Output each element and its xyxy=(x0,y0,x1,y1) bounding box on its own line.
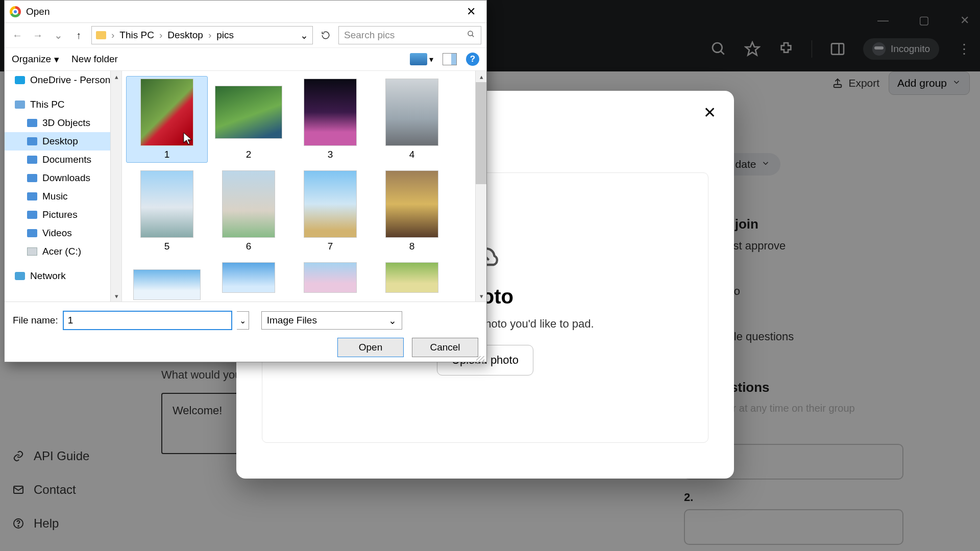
drive-icon xyxy=(27,247,37,256)
file-name: 6 xyxy=(246,241,252,252)
scroll-down-icon[interactable]: ▾ xyxy=(111,290,122,302)
folder-icon xyxy=(27,211,37,219)
file-name: 2 xyxy=(246,149,252,160)
file-name: 7 xyxy=(328,241,333,252)
file-thumbnail xyxy=(385,79,438,146)
file-thumbnail xyxy=(133,269,201,300)
folder-icon xyxy=(27,174,37,182)
nav-forward-button[interactable]: → xyxy=(30,28,45,43)
new-folder-button[interactable]: New folder xyxy=(71,54,118,65)
file-open-dialog: Open ✕ ← → ⌄ ↑ › This PC › Desktop › pic… xyxy=(4,0,487,362)
nav-back-button[interactable]: ← xyxy=(10,28,25,43)
file-name: 8 xyxy=(409,241,415,252)
file-thumbnail xyxy=(140,79,193,146)
breadcrumb-desktop[interactable]: Desktop xyxy=(167,30,203,41)
tree-downloads[interactable]: Downloads xyxy=(5,169,121,187)
file-thumbnail xyxy=(222,262,275,293)
svg-line-10 xyxy=(472,35,474,36)
file-item-6[interactable]: 6 xyxy=(208,168,289,255)
address-dropdown-icon[interactable]: ⌄ xyxy=(300,30,308,41)
tree-music[interactable]: Music xyxy=(5,187,121,206)
search-placeholder: Search pics xyxy=(344,30,395,41)
tree-label: Downloads xyxy=(42,172,90,184)
preview-pane-button[interactable] xyxy=(443,53,457,65)
scroll-up-icon[interactable]: ▴ xyxy=(476,71,486,82)
open-button[interactable]: Open xyxy=(337,338,404,357)
tree-scrollbar[interactable]: ▴ ▾ xyxy=(110,71,121,302)
file-thumbnail xyxy=(215,86,282,139)
file-item-5[interactable]: 5 xyxy=(126,168,208,255)
dialog-bottom-bar: File name: ⌄ Image Files ⌄ Open Cancel xyxy=(5,302,486,366)
tree-3dobjects[interactable]: 3D Objects xyxy=(5,114,121,132)
nav-up-button[interactable]: ↑ xyxy=(71,28,86,43)
thispc-icon xyxy=(15,101,25,109)
chevron-down-icon: ▾ xyxy=(54,54,59,65)
breadcrumb-thispc[interactable]: This PC xyxy=(119,30,154,41)
tree-label: Acer (C:) xyxy=(42,246,81,257)
file-item-partial[interactable] xyxy=(289,260,371,302)
file-item-1[interactable]: 1 xyxy=(126,76,208,163)
cancel-button[interactable]: Cancel xyxy=(412,338,478,357)
tree-pictures[interactable]: Pictures xyxy=(5,206,121,224)
file-item-2[interactable]: 2 xyxy=(208,76,289,163)
tree-acer-c[interactable]: Acer (C:) xyxy=(5,242,121,261)
filename-input[interactable] xyxy=(63,311,232,330)
tree-label: Music xyxy=(42,191,68,202)
file-name: 3 xyxy=(328,149,333,160)
view-mode-button[interactable]: ▾ xyxy=(410,53,433,65)
filename-label: File name: xyxy=(13,315,58,326)
address-bar[interactable]: › This PC › Desktop › pics ⌄ xyxy=(91,26,313,44)
tree-network[interactable]: Network xyxy=(5,267,121,285)
refresh-button[interactable] xyxy=(318,28,333,43)
organize-menu[interactable]: Organize ▾ xyxy=(12,54,59,65)
tree-desktop[interactable]: Desktop xyxy=(5,132,121,151)
chevron-down-icon: ▾ xyxy=(429,55,433,64)
onedrive-icon xyxy=(15,76,25,84)
breadcrumb-pics[interactable]: pics xyxy=(216,30,234,41)
file-thumbnail xyxy=(304,262,357,293)
file-item-3[interactable]: 3 xyxy=(289,76,371,163)
files-scrollbar[interactable]: ▴ ▾ xyxy=(475,71,486,302)
tree-documents[interactable]: Documents xyxy=(5,151,121,169)
file-item-partial[interactable] xyxy=(126,260,208,302)
file-thumbnail xyxy=(222,170,275,238)
tree-onedrive[interactable]: OneDrive - Person xyxy=(5,71,121,89)
file-item-7[interactable]: 7 xyxy=(289,168,371,255)
new-folder-label: New folder xyxy=(71,54,118,65)
file-thumbnail xyxy=(385,262,438,293)
file-item-4[interactable]: 4 xyxy=(371,76,453,163)
dialog-close-button[interactable]: ✕ xyxy=(461,2,481,22)
organize-label: Organize xyxy=(12,54,51,65)
file-item-8[interactable]: 8 xyxy=(371,168,453,255)
chevron-down-icon: ⌄ xyxy=(388,315,397,327)
dialog-title: Open xyxy=(26,6,50,17)
scroll-down-icon[interactable]: ▾ xyxy=(476,290,486,302)
tree-label: Desktop xyxy=(42,136,78,147)
filename-dropdown[interactable]: ⌄ xyxy=(237,311,249,330)
file-item-partial[interactable] xyxy=(208,260,289,302)
folder-icon xyxy=(27,137,37,145)
folder-icon xyxy=(96,31,106,39)
breadcrumb-sep: › xyxy=(159,30,162,41)
folder-icon xyxy=(27,192,37,201)
tree-label: Documents xyxy=(42,154,91,165)
tree-thispc[interactable]: This PC xyxy=(5,95,121,114)
nav-recent-dropdown[interactable]: ⌄ xyxy=(51,28,66,43)
breadcrumb-sep: › xyxy=(111,30,114,41)
scrollbar-thumb[interactable] xyxy=(476,82,486,184)
breadcrumb-sep: › xyxy=(208,30,211,41)
file-item-partial[interactable] xyxy=(371,260,453,302)
folder-icon xyxy=(27,156,37,164)
modal-close-button[interactable]: ✕ xyxy=(700,103,719,121)
dialog-toolbar: Organize ▾ New folder ▾ ? xyxy=(5,47,486,71)
svg-point-9 xyxy=(468,31,473,36)
tree-videos[interactable]: Videos xyxy=(5,224,121,242)
dialog-nav-row: ← → ⌄ ↑ › This PC › Desktop › pics ⌄ Sea… xyxy=(5,23,486,47)
view-icon xyxy=(410,53,427,65)
open-label: Open xyxy=(359,342,382,353)
scroll-up-icon[interactable]: ▴ xyxy=(111,71,122,82)
resize-grip[interactable] xyxy=(476,356,484,364)
help-button[interactable]: ? xyxy=(466,53,479,66)
file-type-filter[interactable]: Image Files ⌄ xyxy=(261,311,402,330)
search-input[interactable]: Search pics xyxy=(338,26,481,44)
